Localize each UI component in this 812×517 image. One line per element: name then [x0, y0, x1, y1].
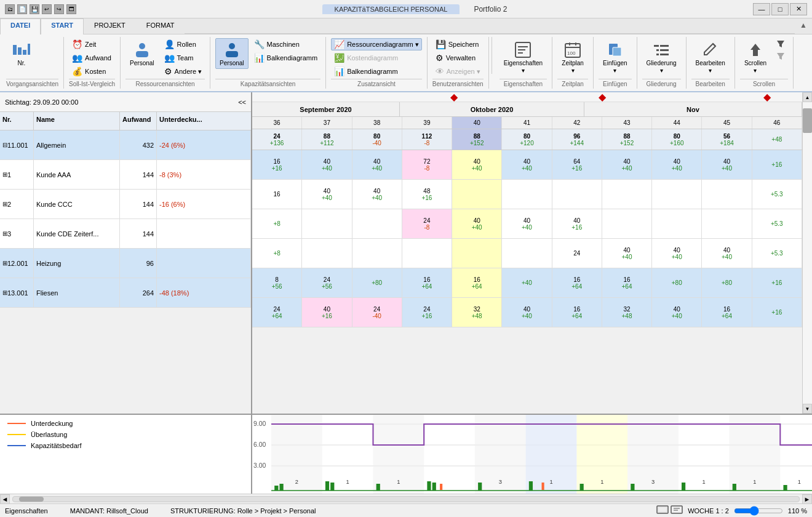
group-gliederung: Gliederung▾ Gliederung — [637, 37, 687, 89]
dc-3-39 — [402, 239, 452, 268]
btn-ressourcendiagramm[interactable]: 📈 Ressourcendiagramm ▾ — [331, 38, 422, 50]
data-row-3: +8 24 40+40 40+40 40+40 +5.3 — [252, 239, 802, 268]
btn-speichern[interactable]: 💾 Speichern — [432, 38, 484, 50]
dc-13001-41: 40+40 — [502, 298, 552, 327]
btn-bearbeiten[interactable]: Bearbeiten▾ — [691, 38, 730, 76]
kap-col: 🔧 Maschinen 📊 Balkendiagramm — [251, 38, 321, 64]
dc-3-40 — [452, 239, 502, 268]
dc-1-37: 40+40 — [302, 180, 352, 209]
btn-scrollen[interactable]: Scrollen▾ — [740, 38, 771, 76]
btn-balkendiagramm-zusatz[interactable]: 📊 Balkendiagramm — [331, 65, 422, 78]
svg-text:1: 1 — [346, 479, 349, 485]
group-items-soll: ⏰ Zeit 👥 Aufwand 💰 Kosten — [69, 38, 115, 78]
data-body: 16+16 40+40 40+40 72-8 40+40 40+40 64+16… — [252, 150, 802, 414]
btn-filter[interactable] — [773, 38, 788, 49]
btn-personal-res[interactable]: Personal — [125, 38, 158, 69]
minimize-btn[interactable]: — — [753, 3, 770, 15]
diamond-marker-3: ◆ — [763, 92, 771, 103]
dc-12001-39: 16+64 — [402, 268, 452, 297]
collapse-ribbon[interactable]: ▲ — [795, 18, 812, 34]
dc-13001-45: 16+64 — [702, 298, 752, 327]
hscroll-right-btn[interactable]: ► — [802, 494, 812, 504]
scroll-up-btn[interactable]: ▲ — [803, 92, 812, 102]
dc-12001-42: 16+64 — [552, 268, 602, 297]
zoom-label: 110 % — [788, 507, 807, 515]
mandant-label: MANDANT: Rillsoft_Cloud — [70, 507, 148, 515]
dc-13001-42: 16+64 — [552, 298, 602, 327]
svg-rect-5 — [136, 51, 148, 57]
week-45: 45 — [702, 117, 752, 129]
btn-balken-kap[interactable]: 📊 Balkendiagramm — [251, 52, 321, 64]
tab-projekt[interactable]: PROJEKT — [84, 18, 136, 34]
close-btn[interactable]: ✕ — [790, 3, 807, 15]
btn-aufwand[interactable]: 👥 Aufwand — [69, 52, 114, 64]
zoom-slider[interactable] — [734, 506, 783, 516]
tab-datei[interactable]: DATEI — [0, 18, 41, 34]
expand-icon[interactable]: 🗖 — [66, 4, 76, 14]
btn-rollen[interactable]: 👤 Rollen — [161, 38, 205, 50]
scroll-track[interactable] — [803, 102, 812, 404]
new-icon[interactable]: 📄 — [17, 4, 27, 14]
vertical-scrollbar[interactable]: ▲ ▼ — [802, 92, 812, 414]
rollen-icon: 👤 — [164, 39, 175, 49]
dc-2-39: 24-8 — [402, 209, 452, 238]
markers-row: ◆ ◆ ◆ — [252, 92, 802, 102]
dh-42: 96+144 — [552, 129, 602, 150]
week-39: 39 — [402, 117, 452, 129]
btn-kosten[interactable]: 💰 Kosten — [69, 65, 114, 78]
stichtag-label: Stichtag: 29.09.20 00:00 — [5, 98, 78, 106]
einfuegen-icon — [605, 40, 625, 60]
btn-eigenschaften[interactable]: Eigenschaften▾ — [500, 38, 547, 76]
tab-format[interactable]: FORMAT — [136, 18, 185, 34]
save-icon[interactable]: 💾 — [30, 4, 39, 14]
group-label-zeitplan: Zeitplan — [557, 79, 588, 87]
dc-1-44 — [652, 180, 702, 209]
group-items-res: Personal 👤 Rollen 👥 Team ⚙ Andere ▾ — [125, 38, 205, 78]
hscroll-left-btn[interactable]: ◄ — [0, 494, 10, 504]
btn-andere[interactable]: ⚙ Andere ▾ — [161, 65, 205, 78]
scroll-down-btn[interactable]: ▼ — [803, 404, 812, 414]
btn-einfuegen[interactable]: Einfügen▾ — [599, 38, 631, 76]
week-row: 36 37 38 39 40 41 42 43 44 45 46 — [252, 117, 802, 129]
btn-verwalten[interactable]: ⚙ Verwalten — [432, 52, 484, 64]
hscroll-bar[interactable]: ◄ ► — [0, 494, 812, 503]
group-items-eig: Eigenschaften▾ — [500, 38, 547, 78]
app-title: Portfolio 2 — [474, 5, 507, 14]
dc-12001-45: +80 — [702, 268, 752, 297]
row-nr-12001: ⊞ 12.001 — [0, 249, 34, 278]
scroll-thumb[interactable] — [803, 108, 812, 133]
group-ressourcen: Personal 👤 Rollen 👥 Team ⚙ Andere ▾ Ress… — [121, 37, 210, 89]
maximize-btn[interactable]: □ — [771, 3, 789, 15]
legend-kapazitaet: Kapazitätsbedarf — [7, 442, 244, 449]
undo-icon[interactable]: ↩ — [42, 4, 52, 14]
dc-1-45 — [702, 180, 752, 209]
dc-11001-40: 40+40 — [452, 150, 502, 179]
row-aufwand-12001: 96 — [120, 249, 157, 278]
eigenschaften-icon — [513, 40, 533, 60]
woche-label: WOCHE 1 : 2 — [688, 507, 729, 515]
dc-12001-41: +40 — [502, 268, 552, 297]
diamond-marker-2: ◆ — [599, 92, 606, 103]
btn-zeit[interactable]: ⏰ Zeit — [69, 38, 114, 50]
zeitplan-label: Zeitplan▾ — [562, 60, 584, 74]
redo-icon[interactable]: ↪ — [54, 4, 64, 14]
svg-rect-2 — [23, 50, 26, 55]
svg-rect-56 — [440, 484, 442, 490]
btn-filter2[interactable] — [773, 50, 788, 62]
btn-personal-kap[interactable]: Personal — [215, 38, 248, 69]
btn-team[interactable]: 👥 Team — [161, 52, 205, 64]
personal-res-label: Personal — [130, 60, 154, 67]
btn-maschinen-kap[interactable]: 🔧 Maschinen — [251, 38, 321, 50]
btn-zeitplan[interactable]: 100 Zeitplan▾ — [557, 38, 588, 76]
hscroll-track[interactable] — [12, 496, 800, 502]
btn-gliederung[interactable]: Gliederung▾ — [642, 38, 681, 76]
hscroll-thumb[interactable] — [19, 497, 44, 502]
dc-3-38 — [352, 239, 402, 268]
btn-balkendiagramm[interactable]: Nr. — [6, 38, 37, 69]
dh-44: 80+160 — [652, 129, 702, 150]
tab-start[interactable]: START — [41, 18, 84, 34]
balken-kap-icon: 📊 — [254, 53, 265, 63]
dc-11001-42: 64+16 — [552, 150, 602, 179]
nav-btn[interactable]: << — [238, 98, 246, 106]
row-name-3: Kunde CDE Zeiterf... — [34, 219, 120, 248]
